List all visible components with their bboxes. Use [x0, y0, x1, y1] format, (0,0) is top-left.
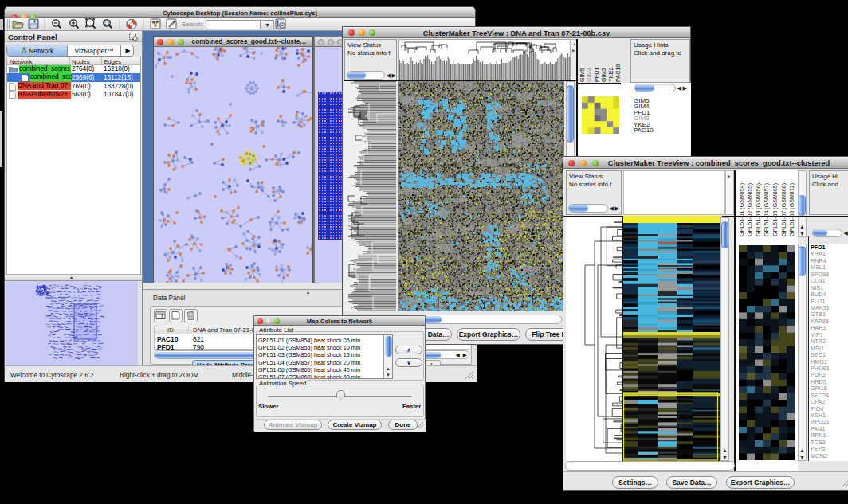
- svg-text:1:1: 1:1: [104, 21, 110, 25]
